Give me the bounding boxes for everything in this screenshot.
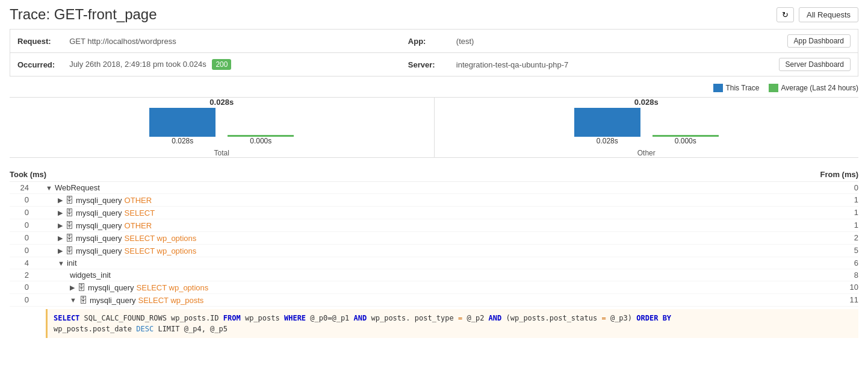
trace-content-3: ▶ 🗄 mysqli_query OTHER (34, 221, 810, 230)
expand-icon[interactable]: ▶ (58, 209, 63, 217)
legend-this-trace-label: This Trace (725, 84, 759, 92)
chart-col1-blue-bar (149, 108, 215, 137)
node-name: mysqli_query (76, 234, 122, 243)
expand-icon[interactable]: ▶ (58, 222, 63, 230)
node-name: WebRequest (55, 183, 100, 192)
trace-content-inner: ▶ 🗄 mysqli_query SELECT wp_options (58, 233, 810, 243)
page-header: Trace: GET-front_page ↻ All Requests (10, 6, 858, 29)
query-type: SELECT wp_posts (138, 296, 203, 305)
trace-took-value: 0 (10, 208, 34, 217)
trace-from-value: 5 (810, 246, 858, 255)
chart-col-other: 0.028s 0.028s 0.000s Other (435, 98, 859, 157)
table-row: 24 ▼ WebRequest 0 (10, 182, 858, 194)
expand-icon[interactable]: ▼ (58, 260, 64, 267)
trace-from-value: 0 (810, 183, 858, 192)
app-dashboard-cell: App Dashboard (692, 30, 858, 53)
table-row: 2 widgets_init 8 (10, 269, 858, 281)
node-name: mysqli_query (76, 196, 122, 205)
trace-content-inner: ▶ 🗄 mysqli_query SELECT (58, 208, 810, 217)
trace-took-value: 0 (10, 233, 34, 242)
db-icon: 🗄 (65, 246, 73, 255)
chart-legend: This Trace Average (Last 24 hours) (10, 84, 858, 92)
table-row: 0 ▶ 🗄 mysqli_query OTHER 1 (10, 194, 858, 207)
trace-from-header: From (ms) (820, 170, 858, 179)
node-name: mysqli_query (76, 221, 122, 230)
table-row: 0 ▶ 🗄 mysqli_query SELECT wp_options 5 (10, 245, 858, 257)
trace-took-value: 0 (10, 221, 34, 230)
legend-green-icon (769, 84, 778, 92)
chart-col2-green-group: 0.000s (653, 135, 719, 145)
chart-section: This Trace Average (Last 24 hours) 0.028… (10, 84, 858, 158)
db-icon: 🗄 (77, 283, 85, 292)
chart-col1-green-group: 0.000s (228, 135, 294, 145)
trace-content-inner: ▼ WebRequest (46, 183, 810, 192)
request-url: GET http://localhost/wordpress (69, 37, 176, 46)
table-row: 0 ▶ 🗄 mysqli_query SELECT 1 (10, 207, 858, 219)
expand-icon[interactable]: ▶ (58, 234, 63, 242)
server-label: Server: (401, 53, 449, 77)
occurred-value: July 26th 2018, 2:49:18 pm took 0.024s 2… (62, 53, 401, 77)
request-value: GET http://localhost/wordpress (62, 30, 401, 53)
trace-from-value: 8 (810, 271, 858, 280)
db-icon: 🗄 (65, 233, 73, 243)
trace-content-5: ▶ 🗄 mysqli_query SELECT wp_options (34, 246, 810, 255)
expand-icon[interactable]: ▶ (58, 247, 63, 255)
sql-line-1: SELECT SQL_CALC_FOUND_ROWS wp_posts.ID F… (54, 313, 852, 324)
trace-from-value: 1 (810, 195, 858, 204)
table-row: 4 ▼ init 6 (10, 257, 858, 269)
trace-from-value: 11 (810, 295, 858, 304)
header-actions: ↻ All Requests (777, 7, 858, 22)
trace-took-value: 0 (10, 246, 34, 255)
node-name: mysqli_query (90, 296, 136, 305)
chart-col2-green-label: 0.000s (675, 137, 696, 145)
legend-average-label: Average (Last 24 hours) (781, 84, 858, 92)
table-row: 0 ▼ 🗄 mysqli_query SELECT wp_posts 11 (10, 294, 858, 307)
info-row-occurred: Occurred: July 26th 2018, 2:49:18 pm too… (10, 53, 858, 77)
expand-icon[interactable]: ▶ (70, 284, 75, 292)
trace-from-value: 1 (810, 221, 858, 230)
trace-took-value: 2 (10, 271, 34, 280)
server-value: integration-test-qa-ubuntu-php-7 (449, 53, 692, 77)
server-dashboard-cell: Server Dashboard (692, 53, 858, 77)
db-icon: 🗄 (79, 295, 87, 305)
server-dashboard-button[interactable]: Server Dashboard (779, 58, 851, 71)
table-row: 0 ▶ 🗄 mysqli_query SELECT wp_options 2 (10, 232, 858, 245)
chart-col1-blue-label: 0.028s (172, 137, 193, 145)
chart-col1-bars: 0.028s 0.000s (22, 109, 422, 145)
trace-took-value: 0 (10, 195, 34, 204)
node-name: mysqli_query (76, 246, 122, 255)
trace-content-inner: ▶ 🗄 mysqli_query OTHER (58, 221, 810, 230)
expand-icon[interactable]: ▶ (58, 196, 63, 204)
status-badge: 200 (212, 59, 231, 70)
expand-icon[interactable]: ▼ (70, 296, 76, 304)
occurred-text: July 26th 2018, 2:49:18 pm took 0.024s (69, 60, 206, 69)
page-container: Trace: GET-front_page ↻ All Requests Req… (0, 0, 868, 346)
trace-content-inner: ▼ 🗄 mysqli_query SELECT wp_posts (70, 295, 810, 305)
trace-content-inner: ▶ 🗄 mysqli_query SELECT wp_options (58, 246, 810, 255)
trace-content-inner: ▼ init (58, 258, 810, 268)
trace-content-inner: ▶ 🗄 mysqli_query OTHER (58, 195, 810, 205)
all-requests-button[interactable]: All Requests (799, 7, 858, 22)
legend-this-trace: This Trace (713, 84, 759, 92)
chart-col1-green-label: 0.000s (250, 137, 271, 145)
chart-col2-blue-bar (574, 108, 640, 137)
db-icon: 🗄 (65, 221, 73, 230)
chart-col2-top-label: 0.028s (634, 98, 659, 107)
trace-header: Took (ms) From (ms) (10, 167, 858, 182)
trace-from-value: 6 (810, 258, 858, 268)
trace-from-value: 1 (810, 208, 858, 217)
trace-took-value: 0 (10, 283, 34, 292)
node-name: mysqli_query (88, 283, 134, 292)
trace-content-1: ▶ 🗄 mysqli_query OTHER (34, 195, 810, 205)
trace-content-9: ▼ 🗄 mysqli_query SELECT wp_posts (34, 295, 810, 305)
app-dashboard-button[interactable]: App Dashboard (787, 34, 851, 48)
refresh-button[interactable]: ↻ (777, 7, 794, 22)
node-name: widgets_init (70, 271, 111, 280)
trace-content-inner: ▶ 🗄 mysqli_query SELECT wp_options (70, 283, 810, 292)
trace-from-value: 10 (810, 283, 858, 292)
chart-col2-blue-label: 0.028s (597, 137, 618, 145)
app-label: App: (401, 30, 449, 53)
trace-content-2: ▶ 🗄 mysqli_query SELECT (34, 208, 810, 217)
expand-icon[interactable]: ▼ (46, 184, 52, 192)
node-name: mysqli_query (76, 208, 122, 217)
